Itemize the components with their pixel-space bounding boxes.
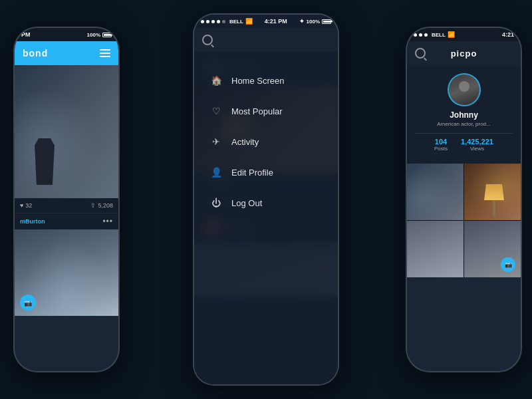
menu-item-profile[interactable]: 👤 Edit Profile (194, 157, 338, 188)
hamburger-icon[interactable] (100, 49, 110, 57)
menu-home-label: Home Screen (231, 76, 284, 86)
right-views-label: Views (461, 146, 493, 152)
home-icon: 🏠 (210, 74, 222, 86)
phones-container: PM 100% bond ♥ 32 ⇧ (0, 0, 532, 399)
phone-right: BELL 📶 4:21 picpo Johnny American actor,… (406, 27, 522, 372)
left-username[interactable]: mBurton (20, 218, 45, 225)
share-icon: ⇧ (90, 202, 96, 209)
left-post-footer: ♥ 32 ⇧ 5,208 (15, 198, 118, 213)
menu-activity-label: Activity (231, 137, 259, 147)
left-status-time: PM (21, 31, 31, 38)
grid-cell-2 (464, 164, 521, 220)
menu-item-popular[interactable]: ♡ Most Popular (194, 96, 338, 126)
center-search-bar[interactable] (194, 28, 338, 52)
menu-item-home[interactable]: 🏠 Home Screen (194, 65, 338, 96)
right-signal-dots: BELL 📶 (414, 31, 455, 38)
right-stats: 104 Posts 1,425,221 Views (415, 133, 513, 156)
right-search-icon[interactable] (415, 48, 426, 59)
menu-item-logout[interactable]: ⏻ Log Out (194, 188, 338, 218)
menu-list: 🏠 Home Screen ♡ Most Popular ✈ Activity … (194, 52, 338, 231)
figure-silhouette (35, 138, 55, 185)
menu-popular-label: Most Popular (231, 106, 283, 116)
profile-icon: 👤 (210, 166, 222, 178)
right-status-bar: BELL 📶 4:21 (407, 28, 521, 41)
right-photo-grid: 📷 (407, 164, 521, 277)
right-posts-stat: 104 Posts (434, 138, 448, 152)
left-status-icons: 100% (87, 32, 112, 38)
grid-cell-3 (407, 221, 464, 277)
activity-icon: ✈ (210, 136, 222, 148)
phone-center: BELL 📶 4:21 PM ✦ 100% Johnny (193, 13, 339, 386)
camera-badge-left: 📷 (20, 295, 36, 311)
center-wifi-icon: 📶 (245, 18, 253, 25)
dropdown-overlay: 🏠 Home Screen ♡ Most Popular ✈ Activity … (194, 52, 338, 384)
center-bluetooth-icon: ✦ (299, 18, 305, 25)
search-icon (202, 35, 213, 45)
right-profile-bio: American actor, prod... (415, 121, 513, 128)
heart-icon: ♥ (20, 202, 23, 209)
left-battery-pct: 100% (87, 32, 100, 38)
center-signal-dots: BELL 📶 (201, 18, 253, 25)
right-app-logo: picpo (451, 49, 477, 59)
center-status-bar: BELL 📶 4:21 PM ✦ 100% (194, 15, 338, 28)
right-views-stat: 1,425,221 Views (461, 138, 493, 152)
left-app-logo: bond (23, 48, 48, 59)
phone-left: PM 100% bond ♥ 32 ⇧ (13, 27, 120, 372)
right-wifi-icon: 📶 (448, 31, 455, 38)
right-views-count: 1,425,221 (461, 138, 493, 146)
dots-menu[interactable]: ••• (102, 217, 113, 226)
left-username-bar: mBurton ••• (15, 213, 118, 229)
left-shares-stat: ⇧ 5,208 (90, 202, 113, 209)
right-profile-section: Johnny American actor, prod... 104 Posts… (407, 65, 521, 164)
right-carrier: BELL (432, 32, 446, 38)
left-post-image (15, 65, 118, 198)
menu-item-activity[interactable]: ✈ Activity (194, 126, 338, 157)
right-nav-bar: picpo (407, 41, 521, 65)
left-bottom-image: 📷 (15, 229, 118, 316)
menu-logout-label: Log Out (231, 198, 262, 208)
center-battery-pct: 100% (307, 19, 320, 25)
left-nav-bar: bond (15, 41, 118, 65)
logout-icon: ⏻ (210, 197, 222, 209)
right-avatar (448, 73, 481, 106)
left-battery-icon (102, 33, 112, 37)
center-carrier: BELL (229, 19, 243, 25)
center-time: 4:21 PM (265, 18, 287, 25)
grid-cell-4: 📷 (464, 221, 521, 277)
left-likes-stat: ♥ 32 (20, 202, 32, 209)
camera-badge-right: 📷 (501, 257, 515, 272)
right-profile-name: Johnny (415, 110, 513, 120)
grid-lamp (484, 184, 504, 220)
grid-cell-1 (407, 164, 464, 220)
center-right-status: ✦ 100% (299, 18, 331, 25)
heart-icon-menu: ♡ (210, 105, 222, 117)
left-status-bar: PM 100% (15, 28, 118, 41)
center-battery-icon (322, 19, 331, 24)
right-posts-count: 104 (434, 138, 448, 146)
menu-profile-label: Edit Profile (231, 168, 273, 178)
right-time: 4:21 (502, 31, 514, 38)
right-posts-label: Posts (434, 146, 448, 152)
